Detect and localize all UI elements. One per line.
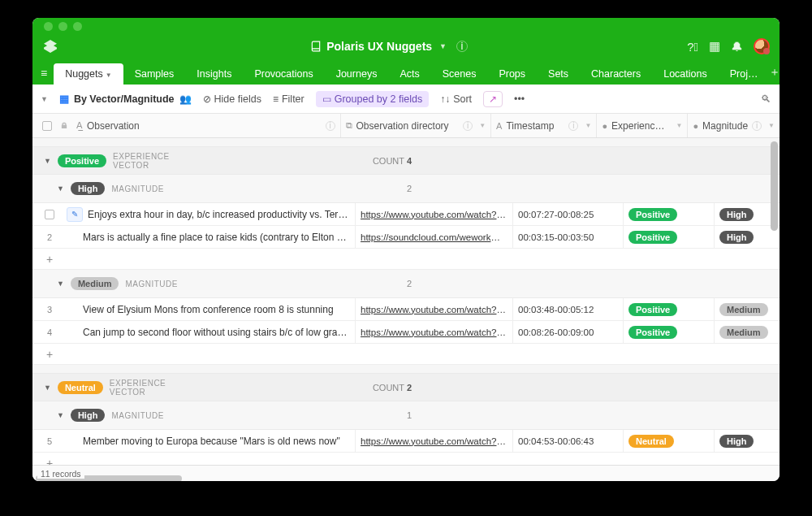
col-observation[interactable]: 🔒︎ 𝖠̲ Observation i xyxy=(32,114,341,137)
table-row[interactable]: 4 Can jump to second floor without using… xyxy=(32,321,780,344)
cell-magnitude-badge[interactable]: High xyxy=(719,208,754,221)
add-row[interactable]: + xyxy=(32,249,780,270)
cell-directory-link[interactable]: https://soundcloud.com/weworkmars-ux-int… xyxy=(361,232,508,242)
collapse-icon[interactable]: ▼ xyxy=(57,184,64,193)
tab-nuggets[interactable]: Nuggets▼ xyxy=(54,63,123,85)
cell-timestamp[interactable]: 00:07:27-00:08:25 xyxy=(513,203,624,225)
cell-observation[interactable]: Enjoys extra hour in day, b/c increased … xyxy=(88,209,355,220)
share-view-button[interactable]: ↗ xyxy=(483,91,503,107)
table-row[interactable]: 5 Member moving to Europa because "Mars … xyxy=(32,430,780,453)
collapse-icon[interactable]: ▼ xyxy=(44,384,51,392)
tab-scenes[interactable]: Scenes xyxy=(431,63,488,85)
view-switcher[interactable]: ▦ By Vector/Magnitude 👥 xyxy=(59,93,192,105)
cell-vector-badge[interactable]: Positive xyxy=(628,303,677,316)
cell-magnitude-badge[interactable]: Medium xyxy=(719,326,768,339)
mac-close-icon[interactable] xyxy=(44,22,53,31)
group-header-vector[interactable]: ▼ Neutral EXPERIENCE VECTOR COUNT 2 xyxy=(32,373,780,401)
tab-provocations[interactable]: Provocations xyxy=(243,63,324,85)
cell-timestamp[interactable]: 00:04:53-00:06:43 xyxy=(513,430,624,452)
tab-props[interactable]: Props xyxy=(487,63,537,85)
field-info-icon[interactable]: i xyxy=(752,121,762,131)
collapse-icon[interactable]: ▼ xyxy=(57,411,64,419)
vertical-scrollbar[interactable] xyxy=(771,141,778,231)
tab-locations[interactable]: Locations xyxy=(652,63,719,85)
tab-characters[interactable]: Characters xyxy=(580,63,652,85)
cell-magnitude-badge[interactable]: High xyxy=(719,231,754,244)
tab-sets[interactable]: Sets xyxy=(537,63,580,85)
field-info-icon[interactable]: i xyxy=(568,121,578,131)
avatar[interactable] xyxy=(754,38,770,54)
cell-magnitude-badge[interactable]: Medium xyxy=(719,303,768,316)
plus-icon[interactable]: + xyxy=(32,253,67,266)
caret-down-icon[interactable]: ▼ xyxy=(676,122,682,129)
add-row[interactable]: + xyxy=(32,344,780,365)
mac-window-controls[interactable] xyxy=(32,18,780,31)
add-table-icon[interactable]: ＋ xyxy=(769,65,780,80)
group-button[interactable]: ▭Grouped by 2 fields xyxy=(316,91,429,107)
app-logo-icon[interactable] xyxy=(42,40,58,53)
add-row[interactable]: + xyxy=(32,453,780,465)
tab-acts[interactable]: Acts xyxy=(388,63,430,85)
tab-proj[interactable]: Proj… xyxy=(719,63,770,85)
group-count: COUNT 2 xyxy=(373,383,412,392)
base-title[interactable]: Polaris UX Nuggets ▼ i xyxy=(310,40,468,53)
help-icon[interactable]: ?⃝ xyxy=(687,40,698,54)
select-all-checkbox[interactable] xyxy=(42,121,52,131)
hide-fields-button[interactable]: ⊘Hide fields xyxy=(203,93,261,105)
expand-record-icon[interactable]: ✎ xyxy=(67,207,83,222)
cell-vector-badge[interactable]: Positive xyxy=(628,326,677,339)
tab-journeys[interactable]: Journeys xyxy=(325,63,389,85)
col-directory[interactable]: ⧉ Observation directory i▼ xyxy=(341,114,492,137)
cell-timestamp[interactable]: 00:03:15-00:03:50 xyxy=(513,226,624,248)
plus-icon[interactable]: + xyxy=(32,348,67,361)
row-checkbox[interactable] xyxy=(45,210,54,219)
col-magnitude[interactable]: ● Magnitude i▼ xyxy=(688,114,780,137)
group-header-magnitude[interactable]: ▼ High MAGNITUDE 1 xyxy=(32,401,780,430)
group-header-vector[interactable]: ▼ Positive EXPERIENCE VECTOR COUNT 4 xyxy=(32,146,780,175)
caret-down-icon[interactable]: ▼ xyxy=(585,122,591,129)
cell-vector-badge[interactable]: Positive xyxy=(628,208,677,221)
menu-icon[interactable]: ≡ xyxy=(37,67,54,85)
collapse-sidebar-icon[interactable]: ▼ xyxy=(41,95,48,103)
cell-observation[interactable]: Mars is actually a fine place to raise k… xyxy=(67,232,355,243)
apps-icon[interactable]: ▦ xyxy=(709,39,720,54)
mac-minimize-icon[interactable] xyxy=(58,22,67,31)
caret-down-icon[interactable]: ▼ xyxy=(768,122,775,129)
filter-button[interactable]: ≡Filter xyxy=(273,93,304,105)
bell-icon[interactable]: 🔔︎ xyxy=(731,40,743,54)
cell-observation[interactable]: Can jump to second floor without using s… xyxy=(67,327,355,338)
cell-directory-link[interactable]: https://www.youtube.com/watch?v=LOLB87t… xyxy=(361,210,508,219)
cell-vector-badge[interactable]: Neutral xyxy=(628,435,674,448)
col-experience-vector[interactable]: ● Experience vector ▼ xyxy=(597,114,688,137)
table-row[interactable]: ✎ Enjoys extra hour in day, b/c increase… xyxy=(32,203,780,226)
cell-vector-badge[interactable]: Positive xyxy=(628,231,677,244)
tab-insights[interactable]: Insights xyxy=(185,63,243,85)
col-timestamp[interactable]: A Timestamp i▼ xyxy=(491,114,597,137)
cell-timestamp[interactable]: 00:03:48-00:05:12 xyxy=(513,298,624,320)
grid-body: ▼ Positive EXPERIENCE VECTOR COUNT 4 ▼ H… xyxy=(32,138,780,465)
cell-directory-link[interactable]: https://www.youtube.com/watch?v=LOLB87t… xyxy=(361,327,508,337)
group-header-magnitude[interactable]: ▼ Medium MAGNITUDE 2 xyxy=(32,270,780,298)
cell-magnitude-badge[interactable]: High xyxy=(719,435,754,448)
mac-zoom-icon[interactable] xyxy=(73,22,82,31)
caret-down-icon[interactable]: ▼ xyxy=(479,122,486,129)
field-info-icon[interactable]: i xyxy=(326,121,335,131)
search-icon[interactable]: 🔍︎ xyxy=(761,93,771,105)
collaborators-icon[interactable]: 👥 xyxy=(179,93,192,105)
tab-samples[interactable]: Samples xyxy=(123,63,186,85)
info-icon[interactable]: i xyxy=(456,41,468,52)
more-button[interactable]: ••• xyxy=(514,93,525,105)
collapse-icon[interactable]: ▼ xyxy=(44,157,51,165)
sort-button[interactable]: ↑↓Sort xyxy=(440,93,472,105)
cell-observation[interactable]: Member moving to Europa because "Mars is… xyxy=(67,436,355,447)
cell-observation[interactable]: View of Elysium Mons from conference roo… xyxy=(67,304,355,315)
table-row[interactable]: 3 View of Elysium Mons from conference r… xyxy=(32,298,780,321)
group-header-magnitude[interactable]: ▼ High MAGNITUDE 2 xyxy=(32,175,780,203)
cell-directory-link[interactable]: https://www.youtube.com/watch?v=HFDS74h… xyxy=(361,436,508,446)
collapse-icon[interactable]: ▼ xyxy=(57,280,64,288)
table-row[interactable]: 2 Mars is actually a fine place to raise… xyxy=(32,226,780,249)
cell-timestamp[interactable]: 00:08:26-00:09:00 xyxy=(513,321,624,343)
plus-icon[interactable]: + xyxy=(32,457,67,466)
cell-directory-link[interactable]: https://www.youtube.com/watch?v=HFDS74h… xyxy=(361,305,508,314)
field-info-icon[interactable]: i xyxy=(463,121,473,131)
